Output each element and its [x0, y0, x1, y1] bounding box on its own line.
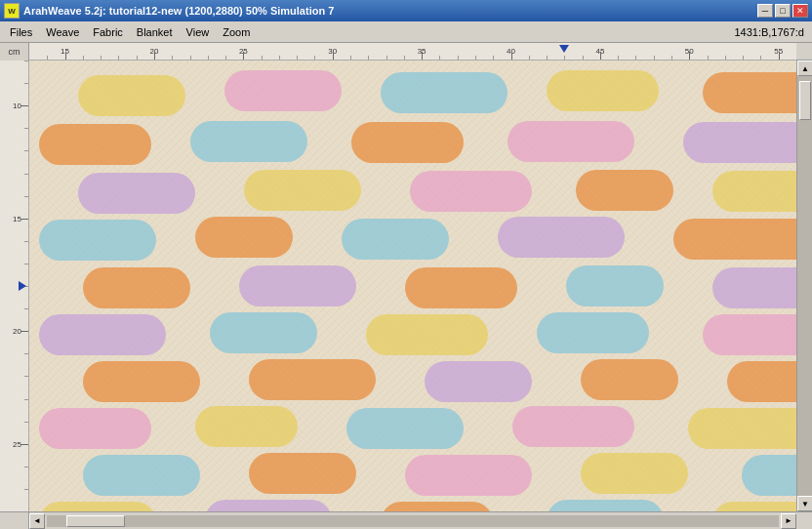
v-ruler-minor-tick — [24, 61, 28, 61]
h-ruler-minor-tick — [404, 56, 405, 60]
h-ruler-minor-tick — [564, 56, 565, 60]
h-ruler-major-tick — [65, 52, 66, 60]
fabric-pill — [712, 171, 796, 212]
fabric-pill — [205, 500, 332, 511]
h-ruler-minor-tick — [743, 56, 744, 60]
fabric-pill — [195, 406, 298, 447]
menu-zoom[interactable]: Zoom — [217, 24, 256, 40]
fabric-pill — [244, 170, 361, 211]
fabric-pill — [195, 217, 293, 258]
h-ruler-minor-tick — [458, 56, 459, 60]
vertical-scrollbar: ▲ ▼ — [796, 61, 812, 511]
h-ruler-minor-tick — [83, 56, 84, 60]
bottom-left-corner — [0, 512, 29, 529]
h-ruler-major-tick — [689, 52, 690, 60]
fabric-pill — [576, 170, 673, 211]
fabric-pill — [742, 455, 796, 496]
app-icon: W — [4, 3, 20, 19]
menu-weave[interactable]: Weave — [40, 24, 85, 40]
h-ruler-major-tick — [154, 52, 155, 60]
fabric-pill — [498, 217, 625, 258]
h-ruler-minor-tick — [314, 56, 315, 60]
scrollbar-corner — [796, 43, 812, 60]
close-button[interactable]: ✕ — [792, 4, 808, 18]
fabric-pill — [405, 267, 517, 308]
fabric-pill — [342, 219, 449, 260]
h-ruler-minor-tick — [725, 56, 726, 60]
v-ruler-minor-tick — [24, 264, 28, 264]
fabric-pill — [39, 124, 151, 165]
fabric-pill — [547, 500, 664, 511]
scroll-right-button[interactable]: ► — [781, 513, 796, 529]
fabric-pill — [351, 122, 464, 163]
minimize-button[interactable]: ─ — [757, 4, 773, 18]
fabric-pill — [346, 408, 464, 449]
v-ruler-minor-tick — [24, 128, 28, 129]
h-ruler-minor-tick — [583, 56, 584, 60]
fabric-pill — [39, 408, 151, 449]
fabric-pill — [78, 173, 195, 214]
fabric-pill — [381, 502, 493, 511]
h-ruler-major-tick — [600, 52, 601, 60]
scroll-v-thumb[interactable] — [799, 81, 811, 120]
maximize-button[interactable]: □ — [775, 4, 791, 18]
menu-blanket[interactable]: Blanket — [131, 24, 179, 40]
fabric-pill — [224, 70, 342, 111]
scroll-h-thumb[interactable] — [66, 515, 125, 527]
h-ruler-minor-tick — [262, 56, 263, 60]
canvas-area[interactable] — [29, 61, 796, 511]
fabric-pill — [249, 359, 376, 400]
fabric-pill — [712, 502, 796, 511]
h-ruler-minor-tick — [760, 56, 761, 60]
fabric-pill — [512, 406, 634, 447]
ruler-unit: cm — [9, 47, 20, 57]
h-ruler-minor-tick — [137, 56, 138, 60]
window-title: ArahWeave 5.2j: tutorial12-new (1200,288… — [23, 5, 334, 17]
v-ruler-minor-tick — [24, 422, 28, 423]
v-ruler-minor-tick — [24, 353, 28, 354]
h-ruler-major-tick — [779, 52, 780, 60]
h-ruler-minor-tick — [386, 56, 387, 60]
scroll-down-button[interactable]: ▼ — [797, 496, 812, 511]
fabric-pill — [410, 171, 532, 212]
scroll-v-track[interactable] — [797, 76, 812, 496]
bottom-bar: ◄ ► — [0, 511, 812, 529]
menu-files[interactable]: Files — [4, 24, 38, 40]
h-ruler-minor-tick — [529, 56, 530, 60]
v-ruler-minor-tick — [24, 489, 28, 490]
fabric-pill — [39, 314, 166, 355]
h-ruler-minor-tick — [208, 56, 209, 60]
fabric-pill — [712, 267, 796, 308]
v-ruler-major-tick — [20, 331, 28, 332]
v-ruler-arrow — [19, 281, 26, 291]
fabric-pill — [703, 314, 796, 355]
fabric-pill — [673, 219, 796, 260]
h-ruler-minor-tick — [439, 56, 440, 60]
v-ruler-minor-tick — [24, 174, 28, 175]
h-ruler-minor-tick — [172, 56, 173, 60]
v-ruler-minor-tick — [24, 376, 28, 377]
v-ruler-minor-tick — [24, 467, 28, 468]
h-ruler-minor-tick — [101, 56, 102, 60]
h-ruler-minor-tick — [368, 56, 369, 60]
fabric-pill — [83, 455, 200, 496]
v-ruler-minor-tick — [24, 196, 28, 197]
h-ruler-major-tick — [511, 52, 512, 60]
scroll-up-button[interactable]: ▲ — [797, 61, 812, 76]
h-ruler-minor-tick — [190, 56, 191, 60]
scroll-left-button[interactable]: ◄ — [29, 513, 45, 529]
title-bar: W ArahWeave 5.2j: tutorial12-new (1200,2… — [0, 0, 812, 21]
scroll-h-track[interactable] — [47, 515, 779, 527]
h-ruler-minor-tick — [493, 56, 494, 60]
h-ruler-minor-tick — [475, 56, 476, 60]
coordinates-display: 1431:B,1767:d — [734, 26, 808, 38]
fabric-pill — [78, 75, 185, 116]
main-area: 10152025 ▲ ▼ — [0, 61, 812, 511]
menu-fabric[interactable]: Fabric — [87, 24, 129, 40]
fabric-pill — [508, 121, 634, 162]
fabric-pill — [249, 453, 356, 494]
h-ruler-minor-tick — [350, 56, 351, 60]
h-ruler-minor-tick — [279, 56, 280, 60]
h-ruler-minor-tick — [618, 56, 619, 60]
menu-view[interactable]: View — [181, 24, 216, 40]
